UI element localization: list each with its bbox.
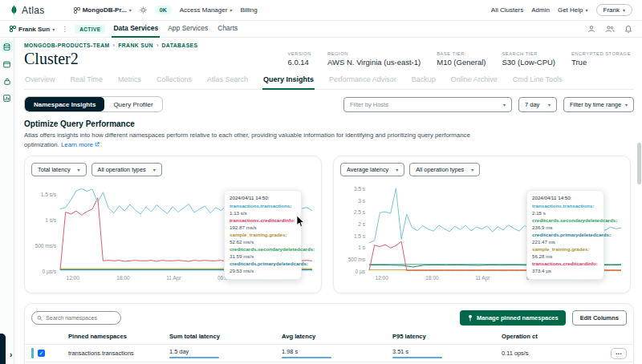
scrollbar-thumb[interactable] [637, 143, 641, 184]
filter-time-range-select[interactable]: Filter by time range ▾ [563, 97, 634, 112]
segment-label: Query Profiler [113, 101, 152, 108]
billing-label: Billing [240, 6, 257, 14]
breadcrumb-link[interactable]: DATABASES [162, 42, 198, 48]
atlas-logo[interactable]: Atlas [10, 4, 45, 16]
table-header: Pinned namespaces Sum total latency Avg … [25, 333, 633, 345]
chevron-down-icon: ▾ [625, 102, 628, 107]
segment-namespace-insights[interactable]: Namespace Insights [25, 97, 104, 111]
all-clusters-link[interactable]: All Clusters [491, 6, 523, 14]
sidebar-expand-chevron-icon[interactable]: › [10, 350, 12, 359]
access-manager-menu[interactable]: Access Manager ▾ [180, 6, 233, 14]
cluster-tab-query-insights[interactable]: Query Insights [262, 71, 315, 90]
body: MONGODB-PRODUCTS-TEAM›FRANK SUN›DATABASE… [0, 38, 642, 364]
latency-value-cell: 3.51 s [392, 348, 502, 358]
chevron-down-icon: ▾ [129, 7, 132, 13]
cluster-tab-real-time[interactable]: Real Time [70, 71, 104, 90]
billing-link[interactable]: Billing [240, 6, 257, 14]
stat-value: AWS N. Virginia (us-east-1) [327, 58, 421, 67]
namespace-search[interactable] [31, 311, 121, 325]
learn-more-link[interactable]: Learn more [61, 141, 100, 148]
access-manager-label: Access Manager [180, 6, 228, 14]
breadcrumb-link[interactable]: MONGODB-PRODUCTS-TEAM [24, 42, 110, 48]
project-nav: Frank Sun ▾ ⋮ ACTIVE Data Services App S… [0, 21, 642, 38]
chart-plot-area[interactable]: 1.5 s/s1 s/s500 ms/s0 µs/s12:0018:0011 A… [31, 179, 315, 281]
cluster-tab-cmd-line-tools[interactable]: Cmd Line Tools [512, 71, 563, 90]
project-selector[interactable]: Frank Sun ▾ [10, 26, 55, 33]
stat-label: BASE TIER [437, 51, 486, 56]
sidebar-item-security[interactable] [2, 75, 13, 87]
bell-icon[interactable] [624, 25, 632, 34]
row-checkbox[interactable]: ✓ [38, 350, 45, 357]
tab-label: Data Services [113, 24, 158, 32]
column-header[interactable]: Pinned namespaces [68, 333, 169, 340]
mongodb-leaf-icon [10, 4, 18, 16]
tooltip-item: creditcards.primarydeletedcards: 29.53 m… [230, 261, 296, 275]
filters: Filter by Hosts ▾ 7 day ▾ Filter by time… [343, 97, 634, 112]
sidebar-item-charts[interactable] [2, 92, 13, 103]
cluster-tab-online-archive[interactable]: Online Archive [450, 71, 498, 90]
app-window-icon [3, 61, 10, 68]
chevron-down-icon: ▾ [623, 7, 625, 13]
chevron-down-icon: ▾ [548, 102, 551, 107]
edit-columns-button[interactable]: Edit Columns [572, 310, 627, 326]
chart-icon [3, 95, 10, 102]
column-header[interactable]: Operation ct [502, 333, 585, 340]
column-header[interactable]: P95 latency [392, 333, 502, 340]
learn-more-label: Learn more [61, 141, 93, 148]
metric-select[interactable]: Total latency ▾ [31, 163, 87, 176]
database-icon [3, 43, 10, 51]
gear-icon[interactable] [140, 6, 147, 14]
cluster-tab-metrics[interactable]: Metrics [117, 71, 142, 90]
optimize-description: Atlas offers insights into how different… [24, 131, 494, 150]
chart-tooltip: 2024/04/11 14:50:transactions.transactio… [224, 190, 302, 280]
cluster-tab-backup[interactable]: Backup [411, 71, 437, 90]
tooltip-timestamp: 2024/04/11 14:50: [230, 195, 296, 202]
cluster-header: Cluster2 VERSION6.0.14REGIONAWS N. Virgi… [24, 50, 634, 68]
admin-link[interactable]: Admin [531, 6, 550, 14]
sidebar-item-app-services[interactable] [2, 59, 13, 70]
filter-hosts-select[interactable]: Filter by Hosts ▾ [343, 97, 512, 112]
manage-pinned-namespaces-button[interactable]: Manage pinned namespaces [460, 310, 566, 326]
namespace-name[interactable]: transactions.transactions [68, 350, 169, 357]
sidebar-expand-bar [0, 334, 6, 364]
get-help-menu[interactable]: Get Help ▾ [558, 6, 588, 14]
chevron-down-icon: ▾ [396, 167, 398, 172]
search-input[interactable] [46, 315, 116, 321]
filter-period-select[interactable]: 7 day ▾ [518, 97, 557, 112]
column-header[interactable]: Sum total latency [169, 333, 282, 340]
metric-select[interactable]: Average latency ▾ [340, 163, 404, 176]
tab-charts[interactable]: Charts [216, 21, 239, 38]
y-axis-tick: 2.5 s [354, 209, 366, 215]
sidebar-item-database[interactable] [2, 42, 13, 53]
column-header[interactable]: Avg latency [282, 333, 392, 340]
average-latency-chart-card: Average latency ▾ All operation types ▾ … [333, 156, 631, 293]
series-color-marker [31, 348, 34, 358]
breadcrumb-separator: › [156, 42, 159, 48]
get-help-label: Get Help [558, 6, 583, 14]
tab-label: App Services [168, 24, 208, 32]
tab-data-services[interactable]: Data Services [112, 21, 160, 38]
user-profile-icon[interactable] [587, 25, 595, 33]
row-actions-button[interactable]: ••• [611, 348, 627, 359]
org-selector[interactable]: MongoDB-Pr... ▾ [74, 6, 132, 14]
tab-label: Charts [217, 24, 238, 32]
breadcrumb-link[interactable]: FRANK SUN [118, 42, 153, 48]
operation-type-select[interactable]: All operation types ▾ [91, 163, 162, 176]
user-menu[interactable]: Frank ▾ [596, 4, 632, 16]
tab-app-services[interactable]: App Services [166, 21, 209, 38]
cluster-tab-atlas-search[interactable]: Atlas Search [206, 71, 249, 90]
cluster-tab-overview[interactable]: Overview [24, 71, 56, 90]
project-options-icon[interactable]: ⋮ [61, 25, 68, 33]
main-content: MONGODB-PRODUCTS-TEAM›FRANK SUN›DATABASE… [14, 38, 642, 364]
admin-label: Admin [531, 6, 550, 14]
cluster-stat: BASE TIERM10 (General) [437, 51, 486, 67]
value-underline-bar [282, 357, 331, 358]
team-icon[interactable] [605, 25, 615, 33]
operation-select-value: All operation types [416, 166, 464, 173]
chart-plot-area[interactable]: 3.5 s3 s2.5 s2 s1.5 s1 s500 ms0 µs12:001… [340, 179, 624, 281]
cluster-tab-performance-advisor[interactable]: Performance Advisor [328, 71, 397, 90]
cluster-tab-collections[interactable]: Collections [156, 71, 193, 90]
chevron-down-icon: ▾ [586, 7, 588, 13]
segment-query-profiler[interactable]: Query Profiler [104, 97, 161, 111]
operation-type-select[interactable]: All operation types ▾ [409, 163, 480, 176]
